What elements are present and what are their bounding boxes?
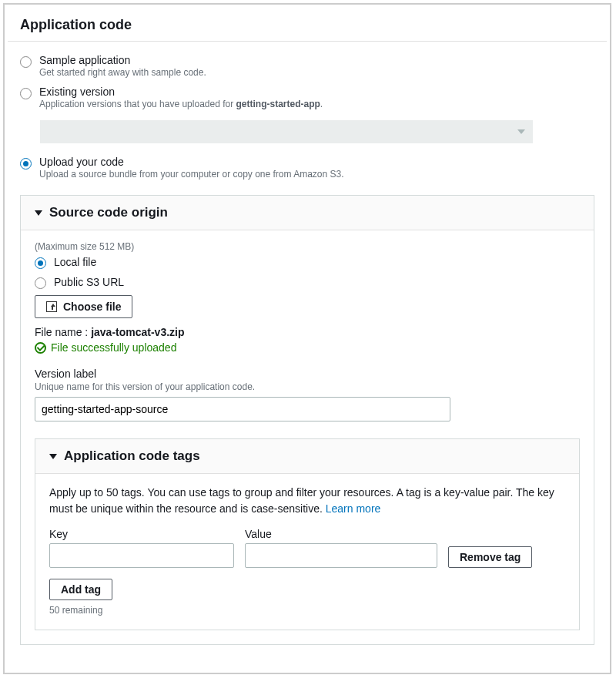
upload-success-status: File successfully uploaded: [35, 341, 580, 354]
application-code-tags-panel: Application code tags Apply up to 50 tag…: [35, 438, 580, 630]
source-code-origin-panel: Source code origin (Maximum size 512 MB)…: [20, 195, 594, 645]
learn-more-link[interactable]: Learn more: [326, 502, 381, 515]
tags-description: Apply up to 50 tags. You can use tags to…: [49, 485, 565, 517]
option-description: Application versions that you have uploa…: [39, 99, 323, 109]
radio-local-file[interactable]: [35, 257, 46, 269]
section-title: Application code: [5, 5, 610, 41]
upload-icon: [46, 301, 57, 312]
tag-key-input[interactable]: [49, 543, 234, 568]
panel-header-tags[interactable]: Application code tags: [35, 439, 579, 474]
radio-existing[interactable]: [20, 88, 32, 99]
option-label: Upload your code: [39, 156, 344, 168]
panel-header-source-origin[interactable]: Source code origin: [21, 196, 594, 230]
chevron-down-icon: [517, 129, 525, 134]
tag-value-label: Value: [245, 528, 437, 540]
option-local-file[interactable]: Local file: [35, 255, 580, 269]
existing-version-dropdown: [40, 120, 533, 143]
option-sample-application[interactable]: Sample application Get started right awa…: [5, 52, 610, 84]
check-circle-icon: [35, 342, 46, 354]
file-name-display: File name : java-tomcat-v3.zip: [35, 326, 580, 338]
max-size-hint: (Maximum size 512 MB): [35, 241, 580, 252]
radio-sample[interactable]: [20, 56, 32, 68]
caret-down-icon: [35, 210, 42, 216]
add-tag-button[interactable]: Add tag: [49, 579, 112, 600]
tag-key-label: Key: [49, 528, 234, 540]
option-description: Upload a source bundle from your compute…: [39, 169, 344, 180]
option-label: Sample application: [39, 54, 206, 66]
remove-tag-button[interactable]: Remove tag: [448, 546, 532, 568]
caret-down-icon: [49, 454, 57, 459]
application-code-section: Application code Sample application Get …: [3, 3, 611, 674]
version-label-title: Version label: [35, 368, 580, 380]
divider: [8, 41, 607, 42]
version-label-desc: Unique name for this version of your app…: [35, 381, 580, 392]
radio-public-s3[interactable]: [35, 277, 46, 289]
tag-row: Key Value Remove tag: [49, 528, 565, 568]
version-label-input[interactable]: [35, 397, 450, 421]
radio-upload[interactable]: [20, 158, 32, 170]
choose-file-button[interactable]: Choose file: [35, 295, 132, 318]
tag-value-input[interactable]: [245, 543, 437, 568]
option-existing-version[interactable]: Existing version Application versions th…: [5, 84, 610, 116]
option-public-s3-url[interactable]: Public S3 URL: [35, 275, 580, 289]
option-upload-code[interactable]: Upload your code Upload a source bundle …: [5, 154, 610, 186]
option-description: Get started right away with sample code.: [39, 67, 206, 78]
tags-remaining: 50 remaining: [49, 605, 565, 616]
option-label: Existing version: [39, 86, 323, 98]
